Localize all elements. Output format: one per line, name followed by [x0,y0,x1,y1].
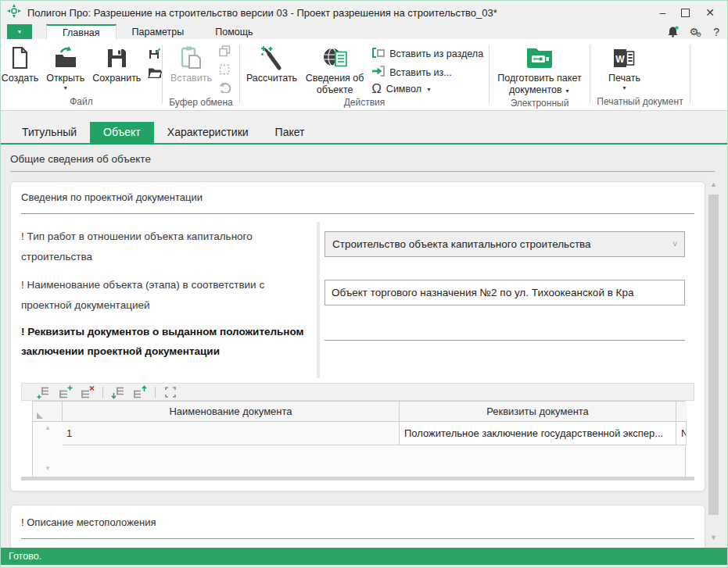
copy-format-icon [219,64,232,78]
table-scroll-down-icon[interactable]: ▼ [45,466,51,472]
cell-document-details[interactable]: №77-1-5-14 от 12.07.2018, выдан КГБУ "ГО… [676,422,687,445]
titlebar: Полигон Про: Разрешение на строительство… [1,1,727,24]
calculate-button[interactable]: Рассчитать [242,39,301,84]
omega-icon: Ω [371,84,382,95]
app-window: Полигон Про: Разрешение на строительство… [0,0,728,568]
delete-row-icon[interactable] [81,385,95,399]
save-button[interactable]: Сохранить [88,39,145,84]
insert-from-button[interactable]: Вставить из... [371,66,483,79]
ribbon-separator [690,45,690,104]
scroll-down-icon[interactable]: ▼ [707,534,720,541]
insert-from-icon [371,66,385,79]
scroll-up-icon[interactable]: ▲ [707,180,720,188]
toolbar-separator [102,387,103,398]
ribbon-group-actions: Рассчитать Сведения об объекте [240,39,489,110]
chevron-down-icon: ˅ [672,240,677,248]
insert-row-icon[interactable] [59,385,73,399]
window-controls: – ✕ [659,7,721,18]
usb-folder-icon [525,45,554,71]
requisites-empty-field[interactable] [325,340,685,341]
object-info-button[interactable]: Сведения об объекте [301,39,368,96]
group-label-actions: Действия [240,96,489,111]
open-button[interactable]: Открыть ▼ [42,39,88,91]
settings-gears-icon[interactable]: ⚙⚙ [689,27,704,37]
ribbon-group-edoc: Подготовить пакет документов ▼ Электронн… [490,39,590,110]
card-divider [21,213,694,214]
card-divider [21,538,694,539]
menu-arrow-icon: ▼ [17,29,23,34]
paste-icon [179,45,204,71]
table-corner-cell[interactable] [33,402,63,422]
card-title: ! Описание местоположения [21,516,694,528]
tab-kharakteristiki[interactable]: Характеристики [154,122,262,143]
table-scrollbar[interactable]: ▲ ▼ [33,422,63,477]
group-label-clipboard: Буфер обмена [163,96,239,111]
maximize-button[interactable] [681,9,690,17]
toolbar-separator [155,387,156,398]
move-row-down-icon[interactable] [111,385,125,399]
ribbon-group-clipboard: Вставить [163,39,239,110]
field-label-work-type: ! Тип работ в отношении объекта капиталь… [21,227,312,267]
field-label-object-name: ! Наименование объекта (этапа) в соответ… [21,275,312,316]
file-menu-button[interactable]: ▼ [7,24,32,39]
table-scroll-up-icon[interactable]: ▲ [45,425,51,431]
prepare-package-button[interactable]: Подготовить пакет документов ▼ [492,39,587,97]
ribbon: Создать Открыть ▼ [1,39,727,111]
copy-icon [219,45,232,60]
column-header-name[interactable]: Наименование документа [63,402,400,422]
ribbon-tab-parameters[interactable]: Параметры [117,24,200,39]
ribbon-group-file: Создать Открыть ▼ [1,39,162,110]
paste-button: Вставить [167,39,216,84]
field-label-requisites: ! Реквизиты документов о выданном положи… [21,322,312,361]
ribbon-tab-main[interactable]: Главная [46,24,117,39]
insert-from-section-icon [371,46,385,61]
expand-table-icon[interactable] [163,385,178,399]
ribbon-group-print: W Печать ▼ Печатный документ [590,39,690,110]
cell-document-name[interactable]: Положительное заключение государственной… [400,422,676,445]
tab-paket[interactable]: Пакет [262,122,318,143]
ribbon-tab-help[interactable]: Помощь [199,24,268,39]
status-text: Готово. [9,551,41,562]
tab-titulnyj[interactable]: Титульный [9,122,90,143]
move-row-up-icon[interactable] [133,385,147,399]
symbol-dropdown-arrow-icon: ▼ [426,87,432,92]
scrollbar-thumb[interactable] [708,195,719,515]
document-tabstrip: Титульный Объект Характеристики Пакет [1,111,727,145]
group-label-print: Печатный документ [590,95,690,110]
word-document-icon: W [613,45,636,71]
svg-text:W: W [615,53,625,64]
open-folder-icon [53,45,78,71]
prepare-dropdown-arrow-icon: ▼ [565,88,570,94]
insert-from-section-button[interactable]: Вставить из раздела [371,46,483,61]
card-title: Сведения по проектной документации [21,191,694,203]
row-number-cell[interactable]: 1 [63,422,400,445]
work-type-select[interactable]: Строительство объекта капитального строи… [325,231,685,257]
label-field-separator [317,222,320,378]
save-as-icon[interactable] [148,47,162,60]
minimize-button[interactable]: – [659,7,665,18]
new-button[interactable]: Создать [0,39,42,84]
tab-objekt[interactable]: Объект [90,122,154,143]
new-document-icon [8,45,31,71]
status-bar: Готово. [1,548,727,565]
project-docs-card: Сведения по проектной документации ! Тип… [10,181,705,491]
section-divider [10,171,715,172]
corner-triangle-icon [37,413,43,419]
window-bottom-strip [1,565,727,568]
notifications-bell-icon[interactable] [667,26,680,38]
documents-table: Наименование документа Реквизиты докумен… [32,401,686,477]
add-row-icon[interactable] [37,385,51,399]
table-toolbar [21,383,694,401]
magic-wand-icon [260,45,284,71]
group-label-file: Файл [1,95,162,110]
column-header-details[interactable]: Реквизиты документа [400,402,676,422]
object-name-input[interactable] [325,280,685,305]
help-icon[interactable]: ? [713,26,719,38]
symbol-button[interactable]: Ω Символ ▼ [371,84,483,95]
ribbon-tab-row: ▼ Главная Параметры Помощь ⚙⚙ ? [1,24,727,39]
app-logo-icon [7,4,21,21]
recent-folder-icon[interactable] [148,67,162,78]
print-button[interactable]: W Печать ▼ [604,39,644,91]
close-button[interactable]: ✕ [705,7,715,18]
main-scrollbar[interactable]: ▲ ▼ [707,180,720,545]
